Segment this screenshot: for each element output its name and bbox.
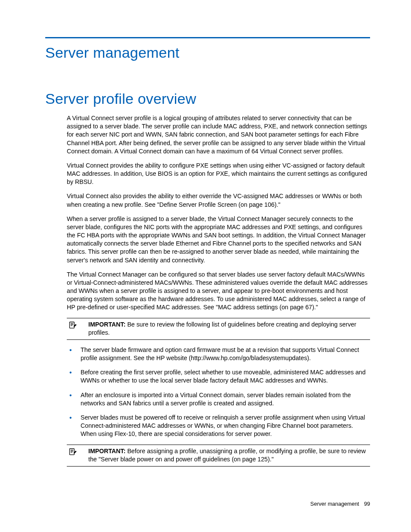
callout-text: IMPORTANT: Before assigning a profile, u… xyxy=(88,447,370,464)
important-callout: IMPORTANT: Be sure to review the followi… xyxy=(67,318,370,340)
important-callout: IMPORTANT: Before assigning a profile, u… xyxy=(67,445,370,467)
guideline-list: The server blade firmware and option car… xyxy=(67,346,370,439)
callout-label: IMPORTANT: xyxy=(88,448,125,454)
callout-text: IMPORTANT: Be sure to review the followi… xyxy=(88,320,370,337)
footer-page-number: 99 xyxy=(364,501,370,507)
chapter-title: Server management xyxy=(45,44,370,61)
callout-label: IMPORTANT: xyxy=(88,321,125,328)
paragraph: A Virtual Connect server profile is a lo… xyxy=(67,114,370,156)
footer-section: Server management xyxy=(310,501,359,507)
callout-body: Be sure to review the following list of … xyxy=(88,321,356,336)
note-icon xyxy=(67,320,79,330)
section-title: Server profile overview xyxy=(45,90,370,107)
page-container: Server management Server profile overvie… xyxy=(0,0,411,467)
note-icon xyxy=(67,447,79,456)
body-column: A Virtual Connect server profile is a lo… xyxy=(67,114,370,467)
paragraph: The Virtual Connect Manager can be confi… xyxy=(67,271,370,312)
callout-body: Before assigning a profile, unassigning … xyxy=(88,448,366,463)
list-item: After an enclosure is imported into a Vi… xyxy=(67,391,370,408)
list-item: The server blade firmware and option car… xyxy=(67,346,370,362)
svg-rect-0 xyxy=(70,322,75,328)
page-footer: Server management 99 xyxy=(310,501,370,507)
top-rule xyxy=(45,37,370,38)
paragraph: When a server profile is assigned to a s… xyxy=(67,215,370,264)
list-item: Before creating the first server profile… xyxy=(67,368,370,385)
paragraph: Virtual Connect also provides the abilit… xyxy=(67,192,370,208)
paragraph: Virtual Connect provides the ability to … xyxy=(67,162,370,187)
svg-rect-1 xyxy=(70,448,75,454)
list-item: Server blades must be powered off to rec… xyxy=(67,414,370,439)
